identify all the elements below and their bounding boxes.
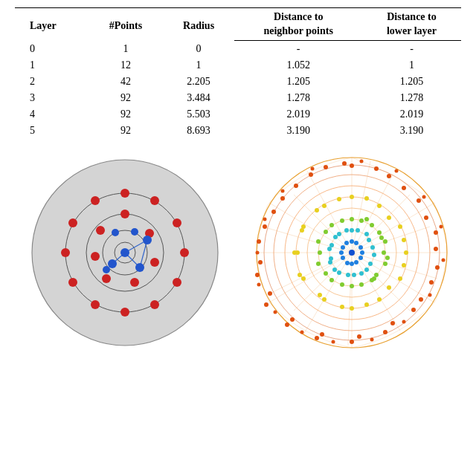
svg-point-95 xyxy=(328,260,332,265)
svg-point-120 xyxy=(379,236,384,240)
svg-point-174 xyxy=(264,302,268,307)
row5-layer: 5 xyxy=(15,123,89,139)
svg-point-87 xyxy=(329,243,334,247)
svg-point-160 xyxy=(263,224,267,229)
row5-points: 92 xyxy=(89,123,163,139)
table-header-row1: Layer #Points Radius Distance to Distanc… xyxy=(15,8,461,24)
svg-point-86 xyxy=(329,256,333,261)
svg-point-191 xyxy=(257,283,260,287)
svg-point-181 xyxy=(394,169,398,173)
svg-point-93 xyxy=(352,273,356,277)
svg-point-153 xyxy=(419,297,423,302)
svg-point-24 xyxy=(130,278,139,287)
svg-point-158 xyxy=(268,291,272,296)
col-points-header: #Points xyxy=(89,8,163,41)
svg-point-111 xyxy=(382,250,386,255)
row2-points: 42 xyxy=(89,74,163,90)
svg-point-29 xyxy=(143,236,152,244)
svg-point-79 xyxy=(350,228,354,233)
svg-point-171 xyxy=(350,340,354,344)
svg-point-169 xyxy=(411,308,416,312)
svg-point-130 xyxy=(322,297,327,302)
row4-lower: 2.019 xyxy=(362,106,461,123)
right-diagram-container xyxy=(251,152,452,353)
svg-point-166 xyxy=(424,215,428,220)
svg-point-126 xyxy=(404,250,408,255)
svg-point-80 xyxy=(364,232,369,236)
page-container: Layer #Points Radius Distance to Distanc… xyxy=(0,0,476,360)
svg-point-139 xyxy=(387,285,391,290)
svg-point-101 xyxy=(383,239,387,244)
diagrams-section xyxy=(15,152,461,353)
svg-point-97 xyxy=(333,235,338,239)
svg-point-100 xyxy=(370,223,374,227)
svg-point-72 xyxy=(341,245,345,250)
svg-point-115 xyxy=(324,271,328,276)
svg-point-176 xyxy=(257,239,261,244)
svg-point-70 xyxy=(350,262,354,266)
svg-point-21 xyxy=(120,210,129,218)
svg-point-161 xyxy=(280,196,285,201)
table-row: 4 92 5.503 2.019 2.019 xyxy=(15,106,461,123)
row0-radius: 0 xyxy=(163,41,234,58)
svg-point-187 xyxy=(370,338,373,342)
svg-point-104 xyxy=(350,284,354,288)
svg-point-138 xyxy=(402,263,406,267)
svg-point-173 xyxy=(285,322,289,327)
table-section: Layer #Points Radius Distance to Distanc… xyxy=(15,7,461,139)
svg-point-66 xyxy=(349,250,355,256)
svg-point-182 xyxy=(422,195,425,199)
row2-radius: 2.205 xyxy=(163,74,234,90)
col-lower-header-line2: lower layer xyxy=(362,23,461,41)
table-row: 1 12 1 1.052 1 xyxy=(15,57,461,74)
table-row: 3 92 3.484 1.278 1.278 xyxy=(15,90,461,106)
svg-point-119 xyxy=(364,217,369,221)
svg-point-159 xyxy=(258,260,263,265)
data-table: Layer #Points Radius Distance to Distanc… xyxy=(15,7,461,139)
svg-point-77 xyxy=(339,250,344,255)
row0-points: 1 xyxy=(89,41,163,58)
svg-point-129 xyxy=(350,306,354,311)
svg-point-114 xyxy=(340,282,344,287)
svg-point-116 xyxy=(318,250,322,255)
svg-point-12 xyxy=(180,248,189,257)
svg-point-157 xyxy=(290,317,295,322)
svg-point-148 xyxy=(350,163,354,168)
svg-point-81 xyxy=(370,245,375,250)
row5-neighbor: 3.190 xyxy=(234,123,362,139)
svg-point-175 xyxy=(255,273,260,277)
svg-point-108 xyxy=(329,223,334,227)
svg-point-88 xyxy=(337,232,341,236)
row0-layer: 0 xyxy=(15,41,89,58)
row3-radius: 3.484 xyxy=(163,90,234,106)
svg-point-170 xyxy=(383,330,387,334)
table-row: 2 42 2.205 1.205 1.205 xyxy=(15,74,461,90)
row4-radius: 5.503 xyxy=(163,106,234,123)
svg-point-167 xyxy=(434,247,438,251)
svg-point-131 xyxy=(301,276,306,281)
svg-point-155 xyxy=(357,334,361,339)
row3-neighbor: 1.278 xyxy=(234,90,362,106)
svg-point-134 xyxy=(322,204,327,208)
svg-point-67 xyxy=(350,239,354,244)
svg-point-184 xyxy=(441,259,445,262)
svg-point-128 xyxy=(377,297,382,302)
svg-point-89 xyxy=(356,228,360,233)
svg-point-165 xyxy=(402,186,406,190)
svg-point-185 xyxy=(428,294,431,297)
svg-point-73 xyxy=(354,241,358,245)
svg-point-25 xyxy=(102,274,111,283)
svg-point-23 xyxy=(150,258,159,267)
svg-point-124 xyxy=(377,204,382,208)
col-lower-header-line1: Distance to xyxy=(362,8,461,24)
svg-point-118 xyxy=(340,218,344,223)
svg-point-195 xyxy=(310,167,314,171)
row0-neighbor: - xyxy=(234,41,362,58)
svg-point-16 xyxy=(91,300,100,309)
svg-point-156 xyxy=(320,332,324,337)
svg-point-110 xyxy=(377,230,382,235)
row5-radius: 8.693 xyxy=(163,123,234,139)
svg-point-20 xyxy=(91,196,100,205)
row4-neighbor: 2.019 xyxy=(234,106,362,123)
row3-lower: 1.278 xyxy=(362,90,461,106)
